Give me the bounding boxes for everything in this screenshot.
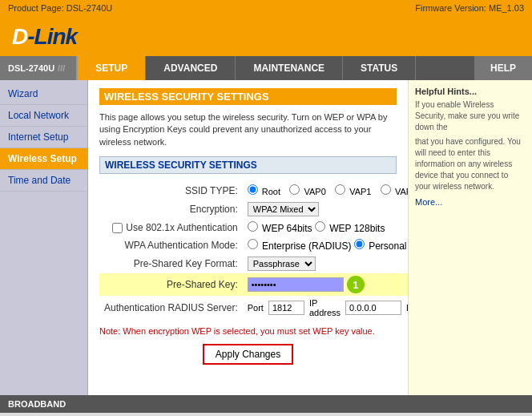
- psk-format-value: Passphrase Hex: [243, 254, 408, 273]
- psk-input[interactable]: [248, 277, 344, 292]
- dot1x-checkbox[interactable]: [112, 223, 123, 233]
- encryption-row: Encryption: WPA2 Mixed WPA2 WPA WEP None: [99, 200, 408, 219]
- ssid-type-value: Root VAP0 VAP1 VAP2 VAP3: [243, 182, 408, 200]
- settings-form-table: SSID TYPE: Root VAP0 VAP1 VAP2 VAP3 Encr…: [99, 182, 408, 320]
- help-text-1: If you enable Wireless Security, make su…: [415, 99, 526, 133]
- wpa-enterprise-radio[interactable]: [248, 239, 258, 249]
- nav-tab-maintenance[interactable]: MAINTENANCE: [236, 56, 343, 80]
- port-label: Port: [248, 303, 264, 313]
- sidebar: Wizard Local Network Internet Setup Wire…: [0, 80, 88, 395]
- footer: Copyright © 2005-2012 D-Link Systems, In…: [0, 413, 532, 416]
- radius-value: Port IP address Password: [243, 296, 408, 320]
- wep128-label[interactable]: WEP 128bits: [315, 223, 385, 234]
- ssid-vap1-label[interactable]: VAP1: [335, 187, 371, 196]
- section-title: WIRELESS SECURITY SETTINGS: [99, 88, 397, 105]
- dot1x-label: Use 802.1x Authentication: [99, 219, 243, 236]
- psk-format-row: Pre-Shared Key Format: Passphrase Hex: [99, 254, 408, 273]
- ssid-vap1-radio[interactable]: [335, 184, 345, 195]
- content-area: WIRELESS SECURITY SETTINGS This page all…: [88, 80, 408, 395]
- logo-bar: D-Link: [0, 16, 532, 56]
- radius-port-ip-row: Port IP address Password: [248, 298, 408, 317]
- ssid-type-row: SSID TYPE: Root VAP0 VAP1 VAP2 VAP3: [99, 182, 408, 200]
- psk-row: Pre-Shared Key: 1: [99, 273, 408, 296]
- wpa-auth-label: WPA Authentication Mode:: [99, 236, 243, 254]
- wep128-radio[interactable]: [315, 221, 325, 232]
- ssid-vap0-label[interactable]: VAP0: [289, 187, 325, 196]
- note-text: Note: When encryption WEP is selected, y…: [99, 326, 397, 336]
- ssid-vap0-radio[interactable]: [289, 184, 300, 195]
- help-title: Helpful Hints...: [415, 87, 526, 96]
- encryption-value: WPA2 Mixed WPA2 WPA WEP None: [243, 200, 408, 219]
- ssid-type-label: SSID TYPE:: [99, 182, 243, 200]
- wep64-radio[interactable]: [248, 221, 258, 232]
- main-content: Wizard Local Network Internet Setup Wire…: [0, 80, 532, 395]
- wpa-personal-label[interactable]: Personal (Pre-Shared Key): [354, 240, 408, 252]
- sidebar-item-internet-setup[interactable]: Internet Setup: [0, 127, 87, 148]
- psk-format-label: Pre-Shared Key Format:: [99, 254, 243, 273]
- wpa-personal-radio[interactable]: [354, 239, 365, 249]
- port-input[interactable]: [268, 301, 304, 315]
- ssid-vap2-label[interactable]: VAP2: [381, 187, 408, 196]
- wpa-auth-row: WPA Authentication Mode: Enterprise (RAD…: [99, 236, 408, 254]
- nav-tab-help[interactable]: HELP: [474, 56, 532, 80]
- sidebar-item-time-and-date[interactable]: Time and Date: [0, 170, 87, 192]
- nav-bar: DSL-2740U /// SETUP ADVANCED MAINTENANCE…: [0, 56, 532, 80]
- wpa-enterprise-label[interactable]: Enterprise (RADIUS): [248, 240, 352, 252]
- psk-badge: 1: [347, 276, 365, 293]
- apply-changes-button[interactable]: Apply Changes: [203, 344, 293, 365]
- product-page-label: Product Page: DSL-2740U: [8, 3, 112, 13]
- bottom-bar-text: BROADBAND: [8, 399, 66, 409]
- ssid-root-radio[interactable]: [248, 184, 258, 195]
- radius-label: Authentication RADIUS Server:: [99, 296, 243, 320]
- description-text: This page allows you setup the wireless …: [99, 111, 397, 148]
- sidebar-item-wizard[interactable]: Wizard: [0, 83, 87, 105]
- firmware-version-label: Firmware Version: ME_1.03: [415, 3, 524, 13]
- encryption-label: Encryption:: [99, 200, 243, 219]
- radius-row: Authentication RADIUS Server: Port IP ad…: [99, 296, 408, 320]
- nav-tab-status[interactable]: STATUS: [343, 56, 416, 80]
- help-more-link[interactable]: More...: [415, 197, 442, 207]
- encryption-select[interactable]: WPA2 Mixed WPA2 WPA WEP None: [248, 202, 319, 216]
- wpa-auth-value: Enterprise (RADIUS) Personal (Pre-Shared…: [243, 236, 408, 254]
- psk-label: Pre-Shared Key:: [99, 273, 243, 296]
- ip-input[interactable]: [345, 301, 401, 315]
- dot1x-row: Use 802.1x Authentication WEP 64bits WEP…: [99, 219, 408, 236]
- dlink-logo: D-Link: [12, 24, 77, 50]
- nav-tab-advanced[interactable]: ADVANCED: [146, 56, 236, 80]
- ip-address-label: IP address: [309, 298, 341, 317]
- psk-format-select[interactable]: Passphrase Hex: [248, 256, 316, 271]
- model-badge: DSL-2740U ///: [0, 56, 78, 80]
- psk-value: 1: [243, 273, 408, 296]
- bottom-bar: BROADBAND: [0, 395, 532, 413]
- nav-tab-setup[interactable]: SETUP: [78, 56, 146, 80]
- help-panel: Helpful Hints... If you enable Wireless …: [408, 80, 532, 395]
- top-bar: Product Page: DSL-2740U Firmware Version…: [0, 0, 532, 16]
- section-title2: WIRELESS SECURITY SETTINGS: [99, 156, 397, 174]
- dot1x-options: WEP 64bits WEP 128bits: [243, 219, 408, 236]
- ssid-radio-group: Root VAP0 VAP1 VAP2 VAP3: [248, 184, 408, 197]
- ssid-root-label[interactable]: Root: [248, 187, 280, 196]
- dot1x-text: Use 802.1x Authentication: [126, 222, 237, 233]
- ssid-vap2-radio[interactable]: [381, 184, 391, 195]
- sidebar-item-local-network[interactable]: Local Network: [0, 105, 87, 127]
- sidebar-item-wireless-setup[interactable]: Wireless Setup: [0, 148, 87, 170]
- wep64-label[interactable]: WEP 64bits: [248, 223, 312, 234]
- help-text-2: that you have configured. You will need …: [415, 136, 526, 192]
